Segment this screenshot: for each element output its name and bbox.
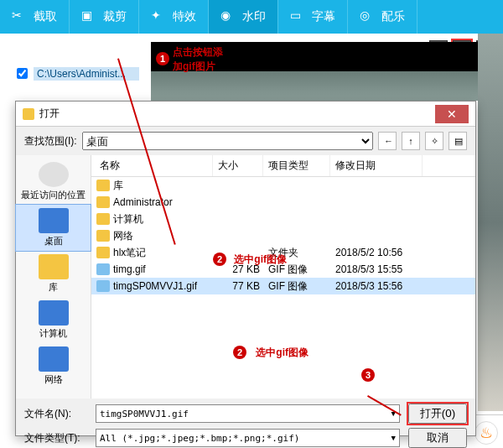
annotation-2-inline: 2 选中gif图像 xyxy=(213,253,287,267)
dialog-bottom: 文件名(N): timgSP0MVVJ1.gif▼ 打开(0) 文件类型(T):… xyxy=(16,399,475,448)
subtitle-icon: ▭ xyxy=(290,8,307,25)
flame-icon[interactable]: ♨ xyxy=(474,421,498,445)
file-name: 网络 xyxy=(113,229,133,243)
file-icon xyxy=(96,280,110,292)
file-row[interactable]: 计算机 xyxy=(91,211,475,227)
place-library[interactable]: 库 xyxy=(16,251,91,297)
folder-icon xyxy=(23,108,34,120)
toolbar-label: 配乐 xyxy=(381,9,405,24)
file-row[interactable]: 库 xyxy=(91,177,475,194)
file-name: timg.gif xyxy=(113,263,146,275)
look-in-row: 查找范围(I): 桌面 ← ↑ ✧ ▤ xyxy=(16,127,475,155)
annotation-1-num: 1 xyxy=(156,52,169,65)
file-list: 名称 大小 项目类型 修改日期 库Administrator计算机网络hlx笔记… xyxy=(91,155,475,399)
file-icon xyxy=(96,247,110,258)
toolbar-label: 特效 xyxy=(173,9,196,24)
toolbar-crop[interactable]: ▣裁剪 xyxy=(70,0,139,34)
toolbar-effects[interactable]: ✦特效 xyxy=(139,0,209,34)
dialog-close-button[interactable]: ✕ xyxy=(435,105,469,123)
filetype-label: 文件类型(T): xyxy=(24,431,87,445)
annotation-2-num: 2 xyxy=(233,346,246,359)
filename-label: 文件名(N): xyxy=(24,407,87,421)
file-icon xyxy=(96,180,110,191)
col-type[interactable]: 项目类型 xyxy=(263,155,330,176)
file-list-rows: 库Administrator计算机网络hlx笔记文件夹2018/5/2 10:5… xyxy=(91,177,475,399)
place-recent[interactable]: 最近访问的位置 xyxy=(16,159,91,205)
file-row[interactable]: Administrator xyxy=(91,194,475,211)
file-checkbox[interactable] xyxy=(17,68,28,79)
effects-icon: ✦ xyxy=(151,8,168,25)
scissors-icon: ✂ xyxy=(12,8,29,25)
open-button[interactable]: 打开(0) xyxy=(408,404,467,424)
file-name: timgSP0MVVJ1.gif xyxy=(113,280,197,292)
annotation-1: 1 xyxy=(156,52,169,65)
file-icon xyxy=(96,230,110,242)
file-icon xyxy=(96,213,110,225)
toolbar-screenshot[interactable]: ✂截取 xyxy=(0,0,70,34)
nav-new-folder-button[interactable]: ✧ xyxy=(425,132,443,150)
place-network[interactable]: 网络 xyxy=(16,343,91,389)
file-row[interactable]: timgSP0MVVJ1.gif77 KBGIF 图像2018/5/3 15:5… xyxy=(91,278,475,294)
file-name: 库 xyxy=(113,179,123,193)
library-icon xyxy=(39,254,69,279)
cancel-button[interactable]: 取消 xyxy=(408,428,467,448)
filetype-input[interactable]: All (*.jpg;*.jpeg;*.bmp;*.png;*.gif)▼ xyxy=(96,429,400,447)
file-name: 计算机 xyxy=(113,212,143,227)
nav-back-button[interactable]: ← xyxy=(378,132,397,150)
top-toolbar: ✂截取 ▣裁剪 ✦特效 ◉水印 ▭字幕 ◎配乐 xyxy=(0,0,503,34)
file-open-dialog: 打开 ✕ 查找范围(I): 桌面 ← ↑ ✧ ▤ 最近访问的位置 桌面 库 计算… xyxy=(15,101,476,436)
music-icon: ◎ xyxy=(360,8,376,25)
toolbar-label: 裁剪 xyxy=(103,9,127,24)
toolbar-label: 截取 xyxy=(34,9,57,24)
file-size: 77 KB xyxy=(218,280,268,292)
file-row[interactable]: 网络 xyxy=(91,227,475,244)
file-icon xyxy=(96,263,110,275)
toolbar-label: 水印 xyxy=(242,9,266,24)
place-desktop[interactable]: 桌面 xyxy=(16,205,91,251)
toolbar-subtitle[interactable]: ▭字幕 xyxy=(278,0,348,34)
filename-input[interactable]: timgSP0MVVJ1.gif▼ xyxy=(96,404,400,423)
crop-icon: ▣ xyxy=(81,8,98,25)
col-size[interactable]: 大小 xyxy=(213,155,263,176)
col-date[interactable]: 修改日期 xyxy=(330,155,423,176)
place-computer[interactable]: 计算机 xyxy=(16,297,91,343)
look-in-dropdown[interactable]: 桌面 xyxy=(82,132,373,150)
toolbar-music[interactable]: ◎配乐 xyxy=(348,0,417,34)
toolbar-watermark[interactable]: ◉水印 xyxy=(209,0,278,34)
file-date: 2018/5/2 10:56 xyxy=(335,247,428,258)
annotation-1-text: 点击按钮添 加gif图片 xyxy=(173,45,223,74)
file-icon xyxy=(96,196,110,208)
dialog-body: 最近访问的位置 桌面 库 计算机 网络 名称 大小 项目类型 修改日期 库Adm… xyxy=(16,155,475,399)
look-in-label: 查找范围(I): xyxy=(24,134,77,148)
file-date: 2018/5/3 15:55 xyxy=(335,263,428,275)
dialog-title-text: 打开 xyxy=(39,107,60,121)
computer-icon xyxy=(39,300,69,326)
chevron-down-icon: ▼ xyxy=(392,434,396,442)
places-sidebar: 最近访问的位置 桌面 库 计算机 网络 xyxy=(16,155,91,399)
network-icon xyxy=(39,346,69,372)
preview-right-edge xyxy=(478,34,503,411)
desktop-icon xyxy=(39,208,69,233)
nav-view-button[interactable]: ▤ xyxy=(449,132,467,150)
watermark-icon: ◉ xyxy=(220,8,237,25)
recent-icon xyxy=(39,162,69,187)
file-date: 2018/5/3 15:56 xyxy=(335,280,428,292)
dialog-titlebar: 打开 ✕ xyxy=(16,102,475,127)
nav-up-button[interactable]: ↑ xyxy=(402,132,420,150)
annotation-2-text: 选中gif图像 xyxy=(256,346,309,358)
file-name: hlx笔记 xyxy=(113,246,146,260)
annotation-3-inline: 3 xyxy=(361,368,375,382)
file-type: GIF 图像 xyxy=(268,279,335,294)
annotation-2: 2 选中gif图像 xyxy=(233,346,309,360)
toolbar-label: 字幕 xyxy=(312,9,335,24)
